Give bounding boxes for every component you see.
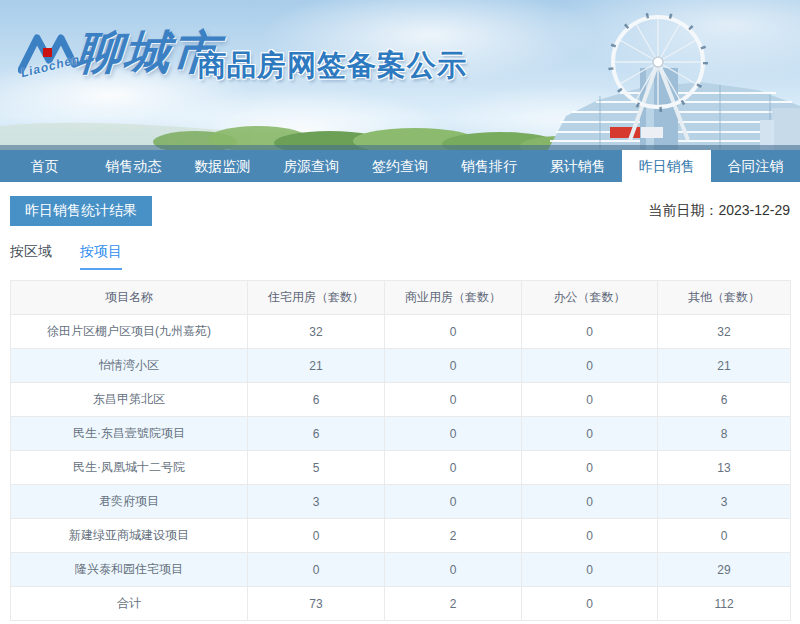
residential-count-cell: 73 [248, 587, 385, 621]
commercial-count-cell: 0 [385, 553, 522, 587]
nav-item-8[interactable]: 昨日销售 [622, 150, 711, 182]
nav-item-6[interactable]: 销售排行 [444, 150, 533, 182]
residential-count-cell: 6 [248, 383, 385, 417]
commercial-count-cell: 0 [385, 349, 522, 383]
residential-count-cell: 0 [248, 519, 385, 553]
table-row: 东昌甲第北区6006 [11, 383, 791, 417]
other-count-cell: 21 [658, 349, 791, 383]
commercial-count-cell: 0 [385, 315, 522, 349]
column-header: 办公（套数） [522, 281, 658, 315]
project-name-cell: 合计 [11, 587, 248, 621]
office-count-cell: 0 [522, 417, 658, 451]
current-date: 当前日期：2023-12-29 [648, 202, 790, 220]
office-count-cell: 0 [522, 383, 658, 417]
other-count-cell: 112 [658, 587, 791, 621]
commercial-count-cell: 2 [385, 519, 522, 553]
nav-item-1[interactable]: 首页 [0, 150, 89, 182]
residential-count-cell: 5 [248, 451, 385, 485]
commercial-count-cell: 2 [385, 587, 522, 621]
sales-table: 项目名称住宅用房（套数）商业用房（套数）办公（套数）其他（套数） 徐田片区棚户区… [10, 280, 791, 621]
header-row: 项目名称住宅用房（套数）商业用房（套数）办公（套数）其他（套数） [11, 281, 791, 315]
table-row: 合计7320112 [11, 587, 791, 621]
table-row: 新建绿亚商城建设项目0200 [11, 519, 791, 553]
office-count-cell: 0 [522, 587, 658, 621]
sales-table-head: 项目名称住宅用房（套数）商业用房（套数）办公（套数）其他（套数） [11, 281, 791, 315]
sales-table-body: 徐田片区棚户区项目(九州嘉苑)320032怡情湾小区210021东昌甲第北区60… [11, 315, 791, 621]
column-header: 其他（套数） [658, 281, 791, 315]
site-brand: Liaocheng 聊城市 商品房网签备案公示 [0, 0, 800, 150]
other-count-cell: 8 [658, 417, 791, 451]
page-head: 昨日销售统计结果 当前日期：2023-12-29 [10, 196, 790, 226]
tab-2[interactable]: 按项目 [80, 243, 122, 270]
project-name-cell: 新建绿亚商城建设项目 [11, 519, 248, 553]
office-count-cell: 0 [522, 553, 658, 587]
nav-item-3[interactable]: 数据监测 [178, 150, 267, 182]
other-count-cell: 13 [658, 451, 791, 485]
project-name-cell: 民生·东昌壹號院项目 [11, 417, 248, 451]
project-name-cell: 君奕府项目 [11, 485, 248, 519]
site-title: 商品房网签备案公示 [197, 46, 467, 86]
other-count-cell: 6 [658, 383, 791, 417]
column-header: 住宅用房（套数） [248, 281, 385, 315]
content-area: 昨日销售统计结果 当前日期：2023-12-29 按区域按项目 项目名称住宅用房… [0, 196, 800, 621]
office-count-cell: 0 [522, 485, 658, 519]
residential-count-cell: 32 [248, 315, 385, 349]
project-name-cell: 东昌甲第北区 [11, 383, 248, 417]
current-date-value: 2023-12-29 [718, 202, 790, 218]
commercial-count-cell: 0 [385, 383, 522, 417]
commercial-count-cell: 0 [385, 485, 522, 519]
nav-item-9[interactable]: 合同注销 [711, 150, 800, 182]
project-name-cell: 民生·凤凰城十二号院 [11, 451, 248, 485]
nav-item-7[interactable]: 累计销售 [533, 150, 622, 182]
nav-item-2[interactable]: 销售动态 [89, 150, 178, 182]
table-row: 徐田片区棚户区项目(九州嘉苑)320032 [11, 315, 791, 349]
site-banner: Liaocheng 聊城市 商品房网签备案公示 [0, 0, 800, 150]
table-row: 隆兴泰和园住宅项目00029 [11, 553, 791, 587]
residential-count-cell: 0 [248, 553, 385, 587]
table-row: 君奕府项目3003 [11, 485, 791, 519]
office-count-cell: 0 [522, 349, 658, 383]
other-count-cell: 3 [658, 485, 791, 519]
office-count-cell: 0 [522, 451, 658, 485]
commercial-count-cell: 0 [385, 417, 522, 451]
commercial-count-cell: 0 [385, 451, 522, 485]
section-title-badge: 昨日销售统计结果 [10, 196, 152, 226]
column-header: 商业用房（套数） [385, 281, 522, 315]
office-count-cell: 0 [522, 315, 658, 349]
residential-count-cell: 6 [248, 417, 385, 451]
office-count-cell: 0 [522, 519, 658, 553]
current-date-label: 当前日期： [648, 202, 718, 218]
table-row: 民生·东昌壹號院项目6008 [11, 417, 791, 451]
other-count-cell: 0 [658, 519, 791, 553]
other-count-cell: 29 [658, 553, 791, 587]
residential-count-cell: 3 [248, 485, 385, 519]
tab-1[interactable]: 按区域 [10, 243, 52, 270]
table-row: 民生·凤凰城十二号院50013 [11, 451, 791, 485]
project-name-cell: 隆兴泰和园住宅项目 [11, 553, 248, 587]
project-name-cell: 徐田片区棚户区项目(九州嘉苑) [11, 315, 248, 349]
table-row: 怡情湾小区210021 [11, 349, 791, 383]
column-header: 项目名称 [11, 281, 248, 315]
residential-count-cell: 21 [248, 349, 385, 383]
main-nav: 首页销售动态数据监测房源查询签约查询销售排行累计销售昨日销售合同注销 [0, 150, 800, 182]
nav-item-4[interactable]: 房源查询 [267, 150, 356, 182]
other-count-cell: 32 [658, 315, 791, 349]
nav-item-5[interactable]: 签约查询 [356, 150, 445, 182]
project-name-cell: 怡情湾小区 [11, 349, 248, 383]
view-tabs: 按区域按项目 [10, 243, 790, 270]
